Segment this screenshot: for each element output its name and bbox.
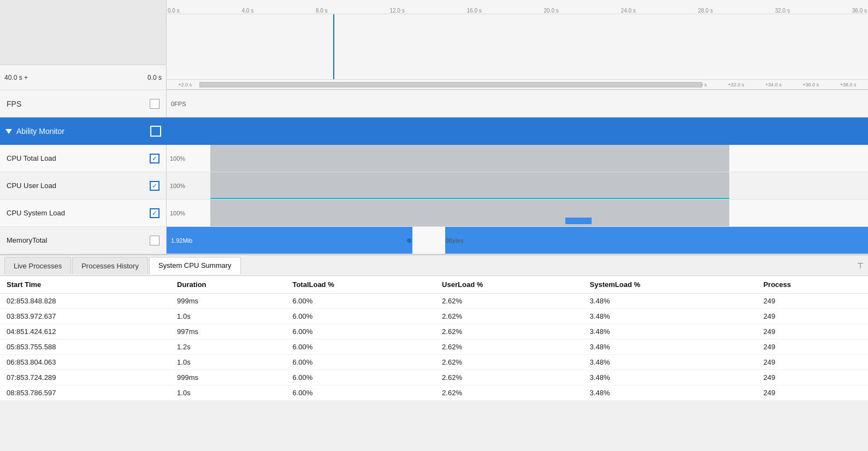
col-start-time: Start Time: [0, 276, 170, 294]
tick-28: 28.0 s: [698, 8, 713, 14]
tick-20: 20.0 s: [544, 8, 559, 14]
memory-dot: [407, 238, 411, 243]
tab-processes-history[interactable]: Processes History: [72, 257, 148, 274]
data-table: Start Time Duration TotalLoad % UserLoad…: [0, 276, 868, 401]
tab-live-processes[interactable]: Live Processes: [4, 257, 71, 274]
cpu-total-load-left: CPU Total Load ✓: [0, 145, 167, 172]
table-row: 05:853.755.5881.2s6.00%2.62%3.48%249: [0, 339, 868, 355]
tick-0: 0.0 s: [168, 8, 180, 14]
scrollbar-thumb[interactable]: [199, 82, 702, 87]
memory-total-name: MemoryTotal: [7, 236, 145, 244]
col-total-load: TotalLoad %: [286, 276, 435, 294]
expand-icon[interactable]: [5, 129, 12, 134]
top-section: 40.0 s + 0.0 s 0.0 s 4.0 s 8.0 s 12.0 s …: [0, 0, 868, 90]
time-label-row: 40.0 s + 0.0 s: [0, 65, 166, 90]
cpu-system-load-fill: [210, 200, 729, 226]
ability-monitor-header[interactable]: Ability Monitor: [0, 118, 868, 145]
table-row: 08:853.786.5971.0s6.00%2.62%3.48%249: [0, 385, 868, 401]
cpu-system-load-name: CPU System Load: [7, 209, 145, 217]
timeline-cursor[interactable]: [333, 14, 334, 79]
fps-row: FPS 0FPS: [0, 90, 868, 118]
memory-total-left-label: 1.92Mib: [168, 237, 196, 244]
cpu-total-load-checkbox[interactable]: ✓: [150, 154, 160, 163]
tab-system-cpu-summary[interactable]: System CPU Summary: [149, 257, 241, 274]
col-system-load: SystemLoad %: [583, 276, 757, 294]
chart-scroll-area[interactable]: [167, 14, 868, 80]
tick-36: 36.0 s: [852, 8, 867, 14]
col-process: Process: [757, 276, 868, 294]
cpu-user-load-row: CPU User Load ✓ 100%: [0, 172, 868, 200]
cpu-user-load-chart: 100%: [167, 172, 868, 199]
col-duration: Duration: [170, 276, 286, 294]
fps-value: 0FPS: [171, 101, 186, 107]
tab-icon-right[interactable]: ⊤: [857, 261, 868, 270]
secondary-ruler: +2.0 s +4.0 s +6.0 s +8.0 s +10.0 s +12.…: [167, 80, 868, 90]
memory-total-chart: 1.92Mib 0Bytes: [167, 227, 868, 254]
memory-total-left: MemoryTotal: [0, 227, 167, 254]
col-user-load: UserLoad %: [435, 276, 583, 294]
cpu-user-load-name: CPU User Load: [7, 181, 145, 190]
fps-left: FPS: [0, 90, 167, 117]
ability-monitor-label: Ability Monitor: [16, 127, 64, 136]
tick-12: 12.0 s: [389, 8, 404, 14]
tick-4: 4.0 s: [241, 8, 253, 14]
tick-24: 24.0 s: [621, 8, 636, 14]
tick-32: 32.0 s: [775, 8, 790, 14]
cpu-system-load-checkbox[interactable]: ✓: [150, 208, 160, 218]
left-empty-area: [0, 0, 166, 65]
table-row: 07:853.724.289999ms6.00%2.62%3.48%249: [0, 370, 868, 385]
left-panel-top: 40.0 s + 0.0 s: [0, 0, 167, 90]
tick-16: 16.0 s: [467, 8, 482, 14]
timeline-area-top: 0.0 s 4.0 s 8.0 s 12.0 s 16.0 s 20.0 s 2…: [167, 0, 868, 90]
table-row: 02:853.848.828999ms6.00%2.62%3.48%249: [0, 294, 868, 309]
cpu-system-small-indicator: [565, 218, 592, 224]
cpu-system-load-chart-label: 100%: [167, 210, 188, 216]
cpu-user-load-line: [210, 198, 729, 199]
table-row: 06:853.804.0631.0s6.00%2.62%3.48%249: [0, 355, 868, 370]
memory-total-right-label: 0Bytes: [445, 237, 464, 244]
table-header-row: Start Time Duration TotalLoad % UserLoad…: [0, 276, 868, 294]
ruler-top: 0.0 s 4.0 s 8.0 s 12.0 s 16.0 s 20.0 s 2…: [167, 0, 868, 14]
tabs-bar: Live Processes Processes History System …: [0, 255, 868, 276]
cpu-system-load-row: CPU System Load ✓ 100%: [0, 200, 868, 227]
fps-label: FPS: [7, 99, 145, 108]
bottom-section: Live Processes Processes History System …: [0, 254, 868, 401]
cpu-user-load-chart-label: 100%: [167, 183, 188, 189]
memory-total-row: MemoryTotal 1.92Mib 0Bytes: [0, 227, 868, 254]
ability-monitor-left: Ability Monitor: [0, 126, 167, 137]
memory-gap: [412, 227, 445, 254]
cpu-total-load-row: CPU Total Load ✓ 100%: [0, 145, 868, 172]
cpu-user-load-checkbox[interactable]: ✓: [150, 181, 160, 191]
cpu-total-load-fill: [210, 145, 729, 172]
memory-total-checkbox[interactable]: [150, 236, 160, 245]
time-left-label: 40.0 s +: [4, 74, 28, 81]
table-row: 03:853.972.6371.0s6.00%2.62%3.48%249: [0, 309, 868, 324]
fps-chart: 0FPS: [167, 90, 868, 117]
cpu-system-load-left: CPU System Load ✓: [0, 200, 167, 226]
tick-8: 8.0 s: [316, 8, 328, 14]
cpu-total-load-chart: 100%: [167, 145, 868, 172]
cpu-total-load-chart-label: 100%: [167, 155, 188, 162]
cpu-total-load-name: CPU Total Load: [7, 154, 145, 162]
table-row: 04:851.424.612997ms6.00%2.62%3.48%249: [0, 324, 868, 339]
cpu-user-load-fill: [210, 172, 729, 199]
ability-monitor-checkbox[interactable]: [150, 126, 161, 137]
cpu-system-load-chart: 100%: [167, 200, 868, 226]
time-right-label: 0.0 s: [147, 74, 162, 81]
fps-checkbox[interactable]: [150, 99, 160, 109]
cpu-user-load-left: CPU User Load ✓: [0, 172, 167, 199]
